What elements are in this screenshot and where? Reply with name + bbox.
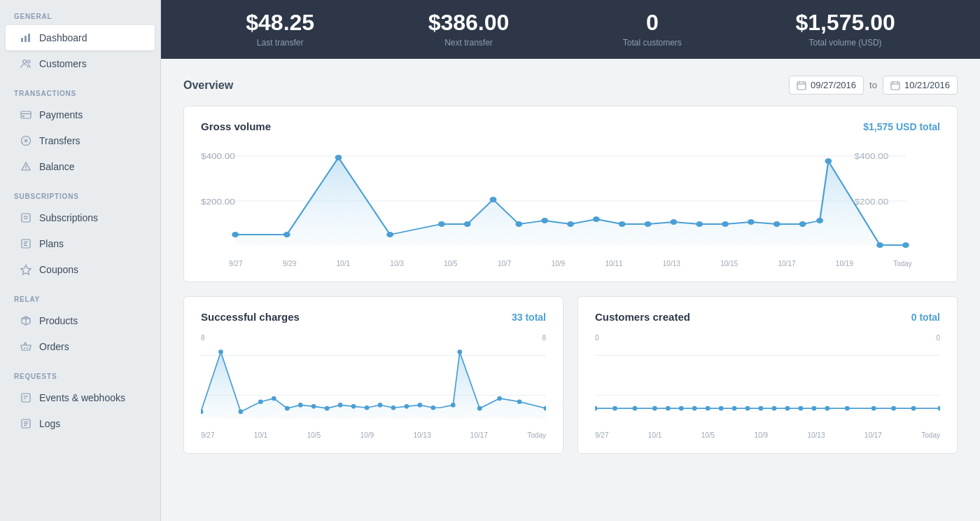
svg-point-58 (593, 216, 600, 222)
sidebar-item-plans[interactable]: Plans (6, 231, 155, 256)
svg-point-24 (24, 347, 25, 349)
svg-point-56 (541, 218, 548, 223)
successful-charges-total: 33 total (512, 312, 546, 323)
svg-point-100 (612, 406, 617, 411)
svg-rect-7 (22, 116, 24, 117)
gross-volume-title: Gross volume (201, 120, 271, 132)
svg-point-81 (312, 404, 316, 409)
customers-created-header: Customers created 0 total (595, 311, 940, 323)
header-bar: $48.25 Last transfer $386.00 Next transf… (161, 0, 980, 59)
overview-bar: Overview 09/27/2016 to 10/21/2016 (183, 76, 958, 95)
svg-point-51 (386, 232, 393, 237)
svg-point-10 (25, 140, 27, 141)
content-area: Overview 09/27/2016 to 10/21/2016 Gross … (161, 59, 980, 521)
bottom-charts-row: Successful charges 33 total 8 8 (183, 296, 958, 454)
gross-volume-total: $1,575 USD total (863, 121, 940, 132)
svg-point-104 (679, 406, 684, 411)
svg-rect-2 (28, 34, 30, 42)
svg-point-85 (365, 405, 370, 410)
sidebar-item-balance[interactable]: Balance (6, 154, 155, 179)
customers-created-total: 0 total (911, 312, 940, 323)
svg-point-86 (378, 403, 383, 408)
customers-created-card: Customers created 0 total 0 0 (578, 296, 958, 454)
date-to-input[interactable]: 10/21/2016 (883, 76, 958, 95)
svg-rect-14 (22, 214, 30, 222)
sidebar-item-events[interactable]: Events & webhooks (6, 385, 155, 410)
sidebar-section-label: Relay (0, 283, 160, 307)
sidebar-item-payments[interactable]: Payments (6, 102, 155, 127)
svg-point-57 (567, 221, 574, 227)
sidebar-section-label: Requests (0, 360, 160, 384)
calendar-icon (797, 81, 806, 90)
svg-point-48 (232, 232, 239, 237)
date-from-value: 09/27/2016 (811, 80, 856, 90)
svg-point-116 (845, 406, 850, 411)
sidebar-item-label-transfers: Transfers (39, 135, 80, 146)
svg-point-113 (799, 406, 804, 411)
sidebar-section-label: General (0, 0, 160, 25)
svg-point-76 (239, 410, 244, 415)
svg-point-52 (438, 221, 445, 227)
svg-point-95 (517, 399, 522, 404)
balance-icon (20, 160, 32, 173)
sidebar-item-products[interactable]: Products (6, 308, 155, 333)
sidebar-item-dashboard[interactable]: Dashboard (6, 25, 155, 50)
transfer-icon (20, 134, 32, 147)
svg-point-87 (391, 405, 396, 410)
gross-volume-chart: $400.00 $400.00 $200.00 $200.00 (201, 144, 940, 268)
sidebar-item-coupons[interactable]: Coupons (6, 257, 155, 282)
sidebar-item-customers[interactable]: Customers (6, 51, 155, 76)
sidebar-item-label-orders: Orders (39, 341, 69, 352)
customers-created-chart: 0 0 (595, 334, 940, 439)
date-separator: to (869, 80, 877, 90)
sub-icon (20, 211, 32, 224)
sidebar-item-subscriptions[interactable]: Subscriptions (6, 205, 155, 230)
svg-rect-1 (24, 36, 27, 42)
svg-point-62 (696, 221, 703, 227)
coupon-icon (20, 263, 32, 276)
svg-point-83 (338, 403, 343, 408)
overview-title: Overview (183, 79, 233, 92)
date-from-input[interactable]: 09/27/2016 (789, 76, 864, 95)
svg-point-84 (351, 404, 356, 409)
successful-charges-card: Successful charges 33 total 8 8 (183, 296, 564, 454)
box-icon (20, 314, 32, 327)
svg-point-107 (719, 406, 724, 411)
svg-rect-5 (21, 111, 31, 118)
sidebar-item-orders[interactable]: Orders (6, 334, 155, 359)
svg-point-80 (298, 403, 303, 408)
customers-created-title: Customers created (595, 311, 690, 323)
stat-total-customers: 0 Total customers (623, 11, 682, 48)
svg-point-118 (891, 406, 896, 411)
svg-point-94 (497, 396, 502, 401)
svg-point-110 (759, 406, 764, 411)
svg-point-105 (692, 406, 697, 411)
sidebar-item-label-plans: Plans (39, 238, 64, 249)
date-to-value: 10/21/2016 (904, 80, 950, 90)
svg-point-25 (27, 347, 28, 349)
stat-last-transfer-value: $48.25 (246, 11, 314, 34)
gross-volume-card: Gross volume $1,575 USD total $400.00 $4… (183, 106, 958, 282)
successful-charges-header: Successful charges 33 total (201, 311, 546, 323)
svg-rect-33 (797, 82, 806, 90)
stat-next-transfer-label: Next transfer (428, 38, 510, 48)
stat-last-transfer-label: Last transfer (246, 38, 314, 48)
svg-point-13 (25, 169, 27, 170)
svg-point-64 (748, 219, 755, 225)
sidebar-item-label-logs: Logs (39, 418, 60, 429)
logs-icon (20, 417, 32, 430)
sidebar-item-transfers[interactable]: Transfers (6, 128, 155, 153)
sidebar-item-logs[interactable]: Logs (6, 411, 155, 436)
svg-point-60 (645, 221, 652, 227)
svg-text:$200.00: $200.00 (201, 197, 235, 207)
svg-point-99 (595, 406, 597, 411)
stat-total-volume: $1,575.00 Total volume (USD) (795, 11, 895, 48)
sidebar-item-label-events: Events & webhooks (39, 392, 125, 403)
svg-point-92 (457, 349, 462, 354)
sc-x-labels: 9/27 10/1 10/5 10/9 10/13 10/17 Today (201, 430, 546, 439)
svg-point-112 (785, 406, 790, 411)
svg-marker-21 (21, 265, 31, 275)
svg-point-115 (825, 406, 830, 411)
svg-point-106 (706, 406, 710, 411)
svg-point-63 (722, 221, 729, 227)
